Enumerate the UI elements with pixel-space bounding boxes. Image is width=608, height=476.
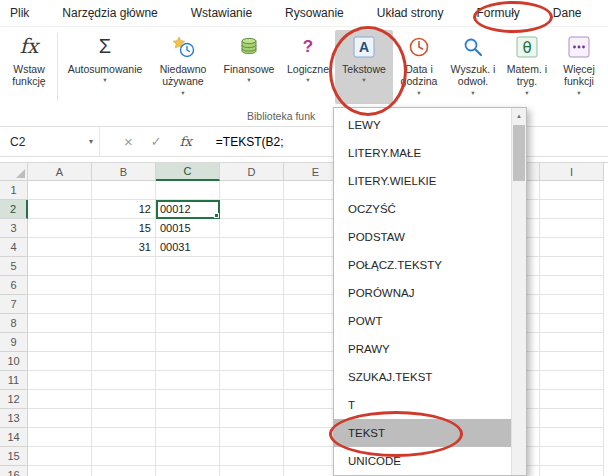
row-header-7[interactable]: 7: [0, 295, 28, 314]
cell-b15[interactable]: [92, 447, 156, 466]
cell-a3[interactable]: [28, 219, 92, 238]
menu-item-lewy[interactable]: LEWY: [334, 111, 511, 139]
cell-a11[interactable]: [28, 371, 92, 390]
cell-a1[interactable]: [28, 181, 92, 200]
column-header-i[interactable]: I: [540, 163, 604, 181]
cell-d13[interactable]: [220, 409, 284, 428]
tab-formuly[interactable]: Formuły: [477, 6, 520, 20]
cell-a14[interactable]: [28, 428, 92, 447]
cell-b5[interactable]: [92, 257, 156, 276]
cell-a8[interactable]: [28, 314, 92, 333]
scroll-up-icon[interactable]: ▲: [512, 108, 526, 123]
cell-a7[interactable]: [28, 295, 92, 314]
cell-d2[interactable]: [220, 200, 284, 219]
row-header-16[interactable]: 16: [0, 466, 28, 476]
tab-wstawianie[interactable]: Wstawianie: [191, 6, 252, 20]
cell-a5[interactable]: [28, 257, 92, 276]
cell-c6[interactable]: [156, 276, 220, 295]
cell-b1[interactable]: [92, 181, 156, 200]
row-header-15[interactable]: 15: [0, 447, 28, 466]
cell-d1[interactable]: [220, 181, 284, 200]
cell-d5[interactable]: [220, 257, 284, 276]
menu-item-powt[interactable]: POWT: [334, 307, 511, 335]
recently-used-button[interactable]: Niedawno używane ▾: [149, 30, 217, 104]
cell-a9[interactable]: [28, 333, 92, 352]
cell-b16[interactable]: [92, 466, 156, 476]
cell-b2[interactable]: 12: [92, 200, 156, 219]
cell-b8[interactable]: [92, 314, 156, 333]
cell-i6[interactable]: [540, 276, 604, 295]
date-time-button[interactable]: Data i godzina ▾: [393, 30, 445, 104]
cell-d4[interactable]: [220, 238, 284, 257]
more-functions-button[interactable]: Więcej funkcji ▾: [553, 30, 605, 104]
column-header-d[interactable]: D: [220, 163, 284, 181]
cell-b9[interactable]: [92, 333, 156, 352]
cell-b11[interactable]: [92, 371, 156, 390]
cell-i4[interactable]: [540, 238, 604, 257]
cell-b14[interactable]: [92, 428, 156, 447]
select-all-corner[interactable]: [0, 163, 28, 181]
row-header-1[interactable]: 1: [0, 181, 28, 200]
scrollbar-thumb[interactable]: [513, 125, 525, 181]
cell-d9[interactable]: [220, 333, 284, 352]
cell-c4[interactable]: 00031: [156, 238, 220, 257]
menu-item-litery-wielkie[interactable]: LITERY.WIELKIE: [334, 167, 511, 195]
dropdown-scrollbar[interactable]: ▲: [511, 108, 526, 475]
cell-d11[interactable]: [220, 371, 284, 390]
cell-b3[interactable]: 15: [92, 219, 156, 238]
cell-b12[interactable]: [92, 390, 156, 409]
menu-item-szukaj-tekst[interactable]: SZUKAJ.TEKST: [334, 363, 511, 391]
menu-item-porównaj[interactable]: PORÓWNAJ: [334, 279, 511, 307]
cell-d8[interactable]: [220, 314, 284, 333]
cell-d7[interactable]: [220, 295, 284, 314]
cell-d6[interactable]: [220, 276, 284, 295]
cell-a12[interactable]: [28, 390, 92, 409]
cell-b10[interactable]: [92, 352, 156, 371]
row-header-9[interactable]: 9: [0, 333, 28, 352]
row-header-13[interactable]: 13: [0, 409, 28, 428]
text-functions-button[interactable]: A Tekstowe ▾: [335, 30, 393, 104]
cell-c1[interactable]: [156, 181, 220, 200]
menu-item-unicode[interactable]: UNICODE: [334, 447, 511, 475]
cancel-icon[interactable]: ×: [124, 133, 133, 150]
insert-function-fx-icon[interactable]: fx: [180, 134, 192, 149]
tab-plik[interactable]: Plik: [10, 6, 29, 20]
logical-button[interactable]: ? Logiczne ▾: [281, 30, 335, 104]
row-header-3[interactable]: 3: [0, 219, 28, 238]
cell-d12[interactable]: [220, 390, 284, 409]
cell-i12[interactable]: [540, 390, 604, 409]
row-header-14[interactable]: 14: [0, 428, 28, 447]
cell-i14[interactable]: [540, 428, 604, 447]
name-box-dropdown-icon[interactable]: ▾: [89, 137, 99, 146]
cell-i10[interactable]: [540, 352, 604, 371]
math-trig-button[interactable]: θ Matem. i tryg. ▾: [501, 30, 553, 104]
cell-c13[interactable]: [156, 409, 220, 428]
column-header-a[interactable]: A: [28, 163, 92, 181]
cell-b13[interactable]: [92, 409, 156, 428]
cell-a10[interactable]: [28, 352, 92, 371]
cell-b4[interactable]: 31: [92, 238, 156, 257]
autosum-button[interactable]: Σ Autosumowanie ▾: [61, 30, 149, 104]
cell-d15[interactable]: [220, 447, 284, 466]
menu-item-t[interactable]: T: [334, 391, 511, 419]
cell-b7[interactable]: [92, 295, 156, 314]
cell-d10[interactable]: [220, 352, 284, 371]
insert-function-button[interactable]: fx Wstaw funkcję: [4, 30, 54, 104]
row-header-5[interactable]: 5: [0, 257, 28, 276]
cell-a6[interactable]: [28, 276, 92, 295]
cell-i16[interactable]: [540, 466, 604, 476]
column-header-b[interactable]: B: [92, 163, 156, 181]
cell-d3[interactable]: [220, 219, 284, 238]
tab-narzedzia-glowne[interactable]: Narzędzia główne: [62, 6, 157, 20]
cell-a4[interactable]: [28, 238, 92, 257]
cell-i13[interactable]: [540, 409, 604, 428]
menu-item-litery-małe[interactable]: LITERY.MAŁE: [334, 139, 511, 167]
cell-c3[interactable]: 00015: [156, 219, 220, 238]
menu-item-prawy[interactable]: PRAWY: [334, 335, 511, 363]
cell-b6[interactable]: [92, 276, 156, 295]
menu-item-tekst[interactable]: TEKST: [334, 419, 511, 447]
cell-a15[interactable]: [28, 447, 92, 466]
cell-a16[interactable]: [28, 466, 92, 476]
cell-i1[interactable]: [540, 181, 604, 200]
cell-c12[interactable]: [156, 390, 220, 409]
